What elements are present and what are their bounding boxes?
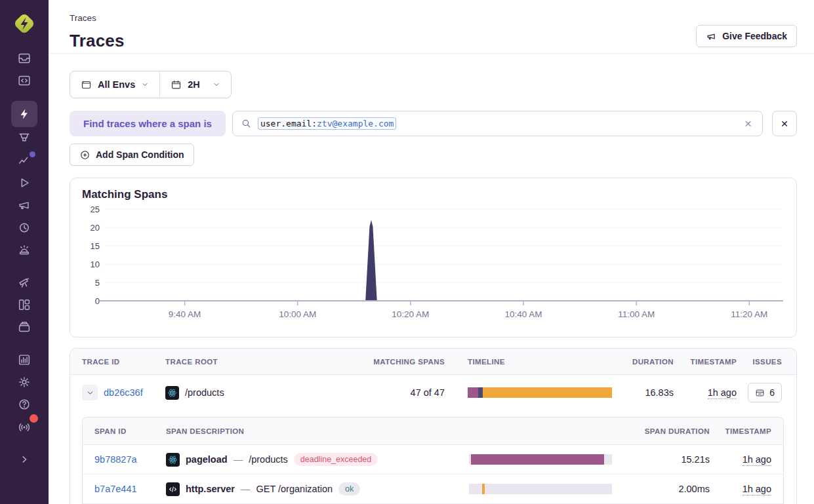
matching-spans-count: 47 of 47 bbox=[369, 387, 445, 398]
trace-root-name: /products bbox=[185, 387, 224, 398]
user-feedback-icon[interactable] bbox=[11, 194, 37, 216]
stats-icon[interactable] bbox=[11, 349, 37, 371]
span-condition-row: Find traces where a span is user.email:z… bbox=[70, 111, 797, 136]
col-span-duration: SPAN DURATION bbox=[612, 427, 710, 435]
chevron-down-icon bbox=[141, 81, 149, 88]
svg-text:0: 0 bbox=[95, 296, 100, 306]
collapse-sidebar-icon[interactable] bbox=[11, 448, 37, 471]
chevron-down-icon bbox=[213, 81, 220, 88]
give-feedback-label: Give Feedback bbox=[722, 31, 787, 41]
svg-text:10: 10 bbox=[91, 260, 100, 269]
col-timestamp: TIMESTAMP bbox=[674, 358, 737, 366]
discover-icon[interactable] bbox=[11, 271, 37, 294]
search-icon bbox=[241, 118, 252, 129]
page-header: Traces Traces Give Feedback bbox=[49, 0, 814, 54]
http-server-platform-icon bbox=[166, 482, 180, 496]
replays-icon[interactable] bbox=[11, 172, 37, 194]
chart-title: Matching Spans bbox=[82, 188, 784, 201]
span-timeline-bar bbox=[469, 454, 612, 465]
issues-icon[interactable] bbox=[11, 47, 37, 69]
span-duration: 15.21s bbox=[612, 454, 710, 465]
sidebar bbox=[0, 0, 49, 504]
dashboards-icon[interactable] bbox=[11, 294, 37, 316]
search-token-key: user.email: bbox=[260, 119, 317, 128]
span-op: http.server bbox=[186, 484, 235, 494]
delete-condition-button[interactable]: × bbox=[772, 111, 797, 136]
sentry-logo[interactable] bbox=[11, 10, 37, 37]
span-description: /products bbox=[249, 454, 288, 465]
trace-id-link[interactable]: db26c36f bbox=[104, 387, 143, 398]
trace-duration: 16.83s bbox=[612, 387, 674, 398]
collapse-trace-button[interactable] bbox=[82, 385, 98, 400]
col-span-description: SPAN DESCRIPTION bbox=[166, 427, 469, 435]
insights-notification-dot bbox=[30, 151, 35, 157]
spans-table: SPAN ID SPAN DESCRIPTION SPAN DURATION T… bbox=[82, 417, 784, 504]
react-platform-icon bbox=[165, 386, 179, 400]
col-timeline: TIMELINE bbox=[445, 358, 612, 366]
megaphone-icon bbox=[706, 31, 717, 42]
history-icon[interactable] bbox=[11, 216, 37, 239]
svg-text:15: 15 bbox=[91, 241, 100, 251]
crons-icon[interactable] bbox=[11, 239, 37, 261]
trace-row: db26c36f /products 47 of 47 16.83s 1h ag… bbox=[70, 375, 796, 410]
col-matching-spans: MATCHING SPANS bbox=[369, 358, 445, 366]
sidebar-nav bbox=[0, 47, 49, 471]
svg-text:11:20 AM: 11:20 AM bbox=[731, 309, 767, 319]
span-row: 9b78827a pageload — /products deadline_e… bbox=[83, 445, 783, 475]
separator: — bbox=[241, 484, 251, 494]
spans-table-header: SPAN ID SPAN DESCRIPTION SPAN DURATION T… bbox=[83, 417, 783, 445]
settings-icon[interactable] bbox=[11, 371, 37, 393]
date-range-filter[interactable]: 2H bbox=[160, 71, 231, 98]
span-id-link[interactable]: b7a7e441 bbox=[94, 484, 166, 494]
whats-new-notification-dot bbox=[30, 414, 38, 423]
span-timestamp: 1h ago bbox=[743, 454, 771, 466]
trace-timestamp: 1h ago bbox=[708, 387, 737, 399]
span-duration: 2.00ms bbox=[612, 484, 710, 494]
col-span-id: SPAN ID bbox=[94, 427, 166, 435]
page-filter-bar: All Envs 2H bbox=[70, 71, 232, 98]
add-span-condition-button[interactable]: Add Span Condition bbox=[70, 144, 194, 166]
search-token[interactable]: user.email:ztv@example.com bbox=[258, 117, 397, 130]
whats-new-icon[interactable] bbox=[11, 416, 37, 438]
environment-filter-label: All Envs bbox=[98, 79, 135, 90]
performance-icon[interactable] bbox=[11, 127, 37, 149]
span-status-badge: ok bbox=[338, 482, 360, 495]
releases-icon[interactable] bbox=[11, 316, 37, 338]
calendar-icon bbox=[171, 79, 182, 90]
trace-issues-count: 6 bbox=[769, 387, 775, 398]
date-range-label: 2H bbox=[188, 79, 200, 90]
clear-search-button[interactable]: × bbox=[742, 116, 754, 131]
span-timeline-bar bbox=[469, 484, 612, 494]
insights-icon[interactable] bbox=[11, 149, 37, 172]
svg-text:10:40 AM: 10:40 AM bbox=[505, 309, 542, 319]
svg-text:9:40 AM: 9:40 AM bbox=[169, 309, 201, 319]
col-duration: DURATION bbox=[612, 358, 674, 366]
svg-text:10:00 AM: 10:00 AM bbox=[279, 309, 316, 319]
environment-filter[interactable]: All Envs bbox=[70, 71, 159, 98]
span-timestamp: 1h ago bbox=[743, 484, 771, 495]
chevron-down-icon bbox=[86, 389, 94, 397]
span-id-link[interactable]: 9b78827a bbox=[94, 454, 166, 465]
matching-spans-panel: Matching Spans 05101520259:40 AM10:00 AM… bbox=[70, 178, 797, 338]
svg-text:20: 20 bbox=[91, 223, 100, 233]
issues-icon bbox=[755, 388, 765, 398]
page-title: Traces bbox=[70, 31, 125, 51]
separator: — bbox=[234, 454, 243, 465]
span-row: b7a7e441 http.server — GET /organization… bbox=[83, 475, 783, 504]
help-icon[interactable] bbox=[11, 393, 37, 416]
span-status-badge: deadline_exceeded bbox=[294, 453, 378, 466]
svg-text:25: 25 bbox=[91, 204, 100, 214]
svg-text:10:20 AM: 10:20 AM bbox=[392, 309, 429, 319]
col-trace-root: TRACE ROOT bbox=[165, 358, 369, 366]
add-span-condition-label: Add Span Condition bbox=[96, 149, 184, 160]
give-feedback-button[interactable]: Give Feedback bbox=[696, 25, 797, 47]
explore-traces-icon[interactable] bbox=[11, 101, 37, 127]
matching-spans-chart: 05101520259:40 AM10:00 AM10:20 AM10:40 A… bbox=[82, 204, 784, 320]
trace-issues-button[interactable]: 6 bbox=[748, 383, 782, 402]
col-issues: ISSUES bbox=[737, 358, 782, 366]
span-search-input[interactable]: user.email:ztv@example.com × bbox=[232, 111, 763, 136]
breadcrumb[interactable]: Traces bbox=[70, 13, 125, 23]
projects-icon[interactable] bbox=[11, 69, 37, 92]
span-op: pageload bbox=[186, 454, 228, 465]
svg-text:11:00 AM: 11:00 AM bbox=[618, 309, 655, 319]
